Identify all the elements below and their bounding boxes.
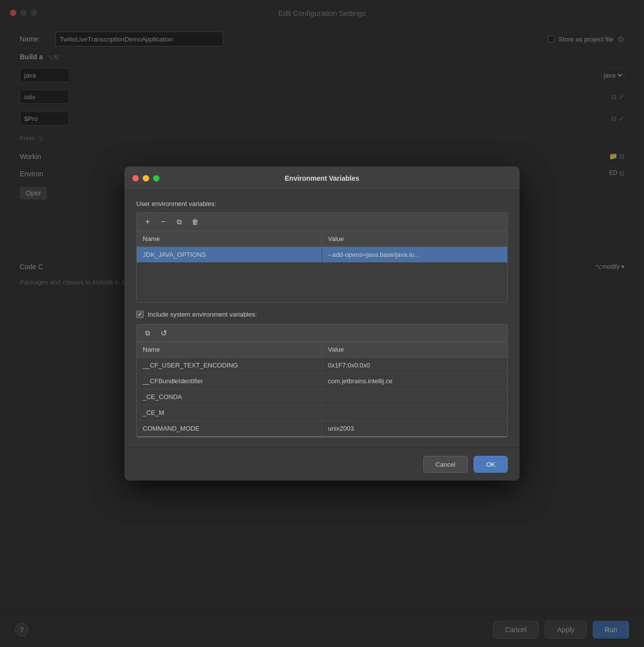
system-toolbar: ⧉ ↺ <box>136 324 508 342</box>
modal-close-button[interactable] <box>132 175 139 181</box>
modal-ok-button[interactable]: OK <box>474 456 508 473</box>
modal-footer: Cancel OK <box>124 447 520 481</box>
modal-traffic-lights <box>132 175 160 181</box>
user-table-header: Name Value <box>137 231 507 247</box>
user-row-name: JDK_JAVA_OPTIONS <box>137 247 322 262</box>
table-row[interactable]: _CE_M <box>137 405 507 421</box>
system-value-header: Value <box>322 342 507 357</box>
user-table-empty-area <box>137 263 507 302</box>
system-checkbox-section: ✓ Include system environment variables: <box>136 311 508 318</box>
system-table-header: Name Value <box>137 342 507 358</box>
user-name-header: Name <box>137 231 322 246</box>
copy-variable-button[interactable]: ⧉ <box>172 215 186 229</box>
modal-maximize-button[interactable] <box>153 175 160 181</box>
system-row-value-2 <box>322 389 507 404</box>
user-env-table: Name Value JDK_JAVA_OPTIONS --add-opens=… <box>136 231 508 303</box>
table-row[interactable]: COMMAND_MODE unix2003 <box>137 421 507 437</box>
env-variables-dialog: Environment Variables User environment v… <box>124 166 520 481</box>
delete-variable-button[interactable]: 🗑 <box>188 215 202 229</box>
table-row[interactable]: _CE_CONDA <box>137 389 507 405</box>
system-name-header: Name <box>137 342 322 357</box>
system-env-table: Name Value __CF_USER_TEXT_ENCODING 0x1F7… <box>136 342 508 438</box>
system-row-name-4: COMMAND_MODE <box>137 421 322 436</box>
user-toolbar: + − ⧉ 🗑 <box>136 212 508 231</box>
table-row[interactable]: JDK_JAVA_OPTIONS --add-opens=java.base/j… <box>137 247 507 263</box>
remove-variable-button[interactable]: − <box>157 215 170 229</box>
table-row[interactable]: __CF_USER_TEXT_ENCODING 0x1F7:0x0:0x0 <box>137 358 507 373</box>
system-row-value-4: unix2003 <box>322 421 507 436</box>
system-checkbox-label: Include system environment variables: <box>148 311 257 318</box>
system-row-name-0: __CF_USER_TEXT_ENCODING <box>137 358 322 373</box>
user-value-header: Value <box>322 231 507 246</box>
table-row[interactable]: __CFBundleIdentifier com.jetbrains.intel… <box>137 373 507 389</box>
system-row-value-0: 0x1F7:0x0:0x0 <box>322 358 507 373</box>
system-row-value-3 <box>322 405 507 420</box>
modal-titlebar: Environment Variables <box>124 166 520 190</box>
user-section-header: User environment variables: <box>136 200 508 207</box>
modal-minimize-button[interactable] <box>143 175 149 181</box>
system-env-checkbox[interactable]: ✓ <box>136 311 144 318</box>
reset-system-button[interactable]: ↺ <box>157 326 170 340</box>
modal-body: User environment variables: + − ⧉ 🗑 Name… <box>124 190 520 447</box>
system-row-name-2: _CE_CONDA <box>137 389 322 404</box>
modal-overlay: Environment Variables User environment v… <box>0 0 644 647</box>
modal-title: Environment Variables <box>285 174 360 182</box>
modal-cancel-button[interactable]: Cancel <box>423 456 468 473</box>
system-row-value-1: com.jetbrains.intellij.ce <box>322 373 507 389</box>
system-row-name-3: _CE_M <box>137 405 322 420</box>
system-row-name-1: __CFBundleIdentifier <box>137 373 322 389</box>
copy-system-button[interactable]: ⧉ <box>141 326 155 340</box>
user-row-value: --add-opens=java.base/java.io... <box>322 247 507 262</box>
add-variable-button[interactable]: + <box>141 215 155 229</box>
